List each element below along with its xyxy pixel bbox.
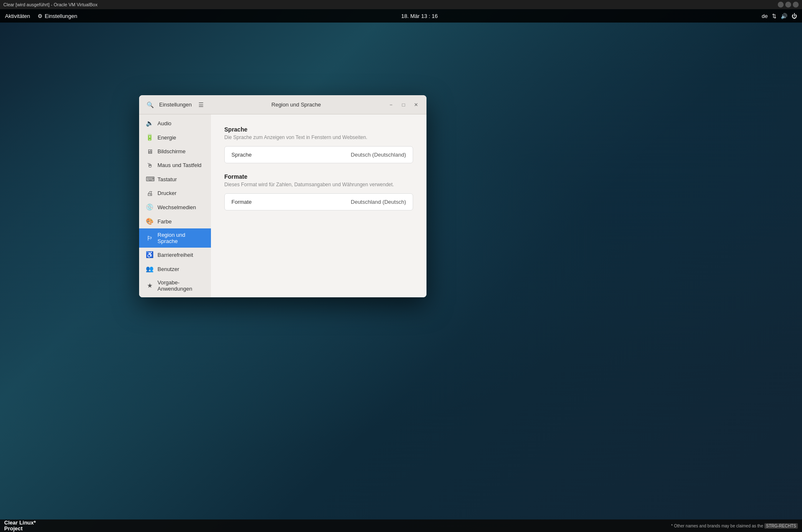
window-body: 🔈Audio🔋Energie🖥Bildschirme🖱Maus und Tast… [139, 114, 426, 297]
window-controls: − □ ✕ [386, 99, 421, 110]
formate-row-value: Deutschland (Deutsch) [351, 199, 406, 205]
header-left: 🔍 Einstellungen ☰ [144, 99, 207, 111]
sprache-desc: Die Sprache zum Anzeigen von Text in Fen… [224, 134, 413, 140]
sidebar-item-bildschirme[interactable]: 🖥Bildschirme [139, 144, 211, 158]
sidebar-item-tastatur[interactable]: ⌨Tastatur [139, 172, 211, 186]
sidebar-label-maus-tastfeld: Maus und Tastfeld [157, 162, 201, 168]
vbox-maximize-btn[interactable]: □ [785, 2, 791, 8]
bottom-left: Clear Linux* Project [4, 520, 36, 532]
virtualbox-titlebar: Clear [wird ausgeführt] - Oracle VM Virt… [0, 0, 802, 9]
locale-indicator[interactable]: de [762, 13, 768, 19]
window-minimize-button[interactable]: − [386, 99, 396, 110]
hamburger-menu-button[interactable]: ☰ [195, 99, 207, 111]
sidebar-label-drucker: Drucker [157, 190, 177, 196]
formate-row[interactable]: Formate Deutschland (Deutsch) [224, 193, 413, 210]
sidebar-label-audio: Audio [157, 120, 171, 127]
header-title-area: Einstellungen ☰ [159, 99, 207, 111]
sidebar-item-benutzer[interactable]: 👥Benutzer [139, 262, 211, 276]
settings-window: 🔍 Einstellungen ☰ Region und Sprache − □… [139, 95, 426, 297]
vbox-close-btn[interactable]: ✕ [793, 2, 799, 8]
sidebar-item-datum-zeit[interactable]: 🕐Datum und Zeit [139, 295, 211, 297]
sidebar-item-drucker[interactable]: 🖨Drucker [139, 186, 211, 200]
farbe-icon: 🎨 [146, 218, 153, 225]
tastatur-icon: ⌨ [146, 175, 153, 183]
gnome-left-area: Aktivitäten ⚙ Einstellungen [5, 13, 77, 19]
sidebar-item-region-sprache[interactable]: 🏳Region und Sprache [139, 228, 211, 248]
sidebar-item-energie[interactable]: 🔋Energie [139, 130, 211, 144]
sidebar-item-vorgabe-anwendungen[interactable]: ★Vorgabe-Anwendungen [139, 276, 211, 295]
gnome-clock[interactable]: 18. Mär 13 : 16 [401, 13, 438, 19]
wechselmedien-icon: 💿 [146, 203, 153, 211]
benutzer-icon: 👥 [146, 265, 153, 273]
gnome-status-area: de ⇅ 🔊 ⏻ [762, 13, 797, 19]
window-maximize-button[interactable]: □ [398, 99, 409, 110]
maus-tastfeld-icon: 🖱 [146, 162, 153, 169]
energie-icon: 🔋 [146, 134, 153, 141]
sidebar-label-vorgabe-anwendungen: Vorgabe-Anwendungen [157, 279, 204, 292]
audio-icon: 🔈 [146, 119, 153, 127]
sidebar-label-farbe: Farbe [157, 218, 172, 225]
power-icon[interactable]: ⏻ [792, 13, 797, 19]
sidebar-item-barrierefreiheit[interactable]: ♿Barrierefreiheit [139, 248, 211, 262]
clear-linux-logo: Clear Linux* Project [4, 520, 36, 532]
sprache-row-label: Sprache [231, 152, 251, 158]
gnome-settings-menu[interactable]: ⚙ Einstellungen [38, 13, 77, 19]
window-close-button[interactable]: ✕ [411, 99, 421, 110]
search-button[interactable]: 🔍 [144, 99, 156, 111]
sidebar: 🔈Audio🔋Energie🖥Bildschirme🖱Maus und Tast… [139, 114, 211, 297]
bottom-bar: Clear Linux* Project * Other names and b… [0, 519, 802, 532]
vorgabe-anwendungen-icon: ★ [146, 282, 153, 289]
formate-desc: Dieses Format wird für Zahlen, Datumsang… [224, 182, 413, 187]
titlebar-text: Clear [wird ausgeführt] - Oracle VM Virt… [3, 2, 97, 7]
header-title-center: Region und Sprache [272, 101, 321, 108]
sprache-title: Sprache [224, 126, 413, 133]
gear-icon: ⚙ [38, 13, 43, 19]
gnome-topbar: Aktivitäten ⚙ Einstellungen 18. Mär 13 :… [0, 9, 802, 23]
content-area: Sprache Die Sprache zum Anzeigen von Tex… [211, 114, 426, 297]
network-icon[interactable]: ⇅ [772, 13, 777, 19]
formate-row-label: Formate [231, 199, 251, 205]
strg-badge: STRG-RECHTS [764, 523, 798, 529]
activities-button[interactable]: Aktivitäten [5, 13, 30, 19]
sprache-row-value: Deutsch (Deutschland) [351, 152, 406, 158]
sidebar-item-wechselmedien[interactable]: 💿Wechselmedien [139, 200, 211, 214]
bottom-disclaimer: * Other names and brands may be claimed … [671, 524, 798, 528]
sidebar-label-region-sprache: Region und Sprache [157, 232, 204, 244]
sprache-section: Sprache Die Sprache zum Anzeigen von Tex… [224, 126, 413, 163]
barrierefreiheit-icon: ♿ [146, 251, 153, 258]
gnome-settings-label: Einstellungen [45, 13, 77, 19]
sidebar-label-energie: Energie [157, 134, 176, 141]
sidebar-label-tastatur: Tastatur [157, 176, 177, 182]
sidebar-item-farbe[interactable]: 🎨Farbe [139, 214, 211, 228]
sidebar-label-barrierefreiheit: Barrierefreiheit [157, 252, 193, 258]
sidebar-label-benutzer: Benutzer [157, 266, 179, 272]
region-sprache-icon: 🏳 [146, 235, 153, 242]
vbox-minimize-btn[interactable]: − [778, 2, 784, 8]
window-header: 🔍 Einstellungen ☰ Region und Sprache − □… [139, 95, 426, 114]
titlebar-controls: − □ ✕ [778, 2, 799, 8]
header-title-left: Einstellungen [159, 101, 192, 108]
formate-title: Formate [224, 173, 413, 180]
drucker-icon: 🖨 [146, 190, 153, 197]
sidebar-item-maus-tastfeld[interactable]: 🖱Maus und Tastfeld [139, 158, 211, 172]
sprache-row[interactable]: Sprache Deutsch (Deutschland) [224, 146, 413, 163]
sidebar-label-bildschirme: Bildschirme [157, 148, 185, 155]
volume-icon[interactable]: 🔊 [781, 13, 787, 19]
bildschirme-icon: 🖥 [146, 148, 153, 155]
formate-section: Formate Dieses Format wird für Zahlen, D… [224, 173, 413, 210]
sidebar-label-wechselmedien: Wechselmedien [157, 204, 196, 210]
sidebar-item-audio[interactable]: 🔈Audio [139, 116, 211, 130]
